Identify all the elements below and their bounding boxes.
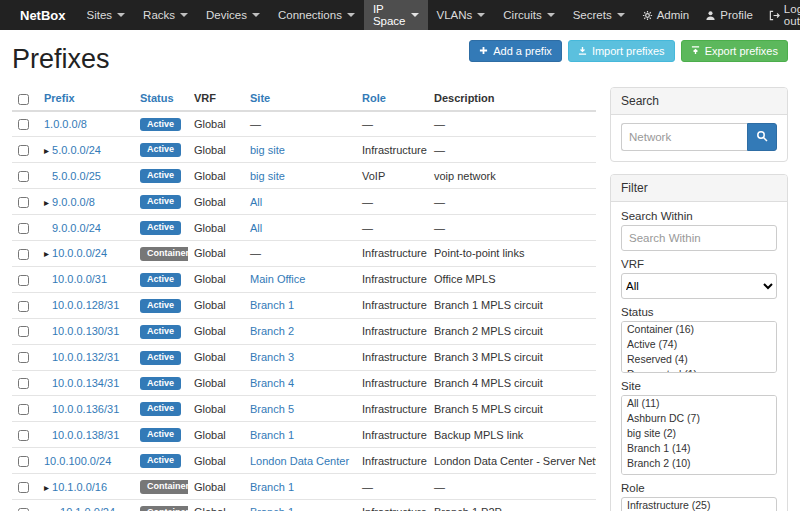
nav-link[interactable]: Connections — [269, 0, 364, 30]
option-infrastructure-25[interactable]: Infrastructure (25) — [622, 498, 776, 511]
role-listbox[interactable]: Infrastructure (25)Management (8)Private… — [621, 497, 777, 511]
prefix-link[interactable]: 10.0.100.0/24 — [44, 455, 111, 467]
option-branch-3-6[interactable]: Branch 3 (6) — [622, 471, 776, 475]
profile-link[interactable]: Profile — [697, 0, 761, 30]
admin-link[interactable]: Admin — [634, 0, 698, 30]
site-link[interactable]: Branch 1 — [250, 481, 294, 493]
site-listbox[interactable]: All (11)Ashburn DC (7)big site (2)Branch… — [621, 395, 777, 475]
select-all-checkbox[interactable] — [18, 94, 29, 105]
prefix-link[interactable]: 5.0.0.0/25 — [52, 170, 101, 182]
prefix-link[interactable]: 10.0.0.0/24 — [52, 247, 107, 259]
caret-down-icon — [180, 13, 188, 17]
option-big-site-2[interactable]: big site (2) — [622, 426, 776, 441]
prefix-link[interactable]: 10.0.0.134/31 — [52, 377, 119, 389]
nav-item-racks[interactable]: Racks — [134, 0, 197, 30]
row-checkbox[interactable] — [18, 275, 29, 286]
option-deprecated-1[interactable]: Deprecated (1) — [622, 367, 776, 373]
row-checkbox[interactable] — [18, 119, 29, 130]
prefix-link[interactable]: 10.0.0.136/31 — [52, 403, 119, 415]
row-checkbox[interactable] — [18, 197, 29, 208]
row-checkbox[interactable] — [18, 249, 29, 260]
nav-item-vlans[interactable]: VLANs — [428, 0, 495, 30]
option-container-16[interactable]: Container (16) — [622, 322, 776, 337]
prefix-link[interactable]: 5.0.0.0/24 — [52, 144, 101, 156]
nav-link[interactable]: Racks — [134, 0, 197, 30]
site-link[interactable]: London Data Center — [250, 455, 349, 467]
option-reserved-4[interactable]: Reserved (4) — [622, 352, 776, 367]
export-prefixes-button[interactable]: Export prefixes — [681, 40, 788, 62]
option-ashburn-dc-7[interactable]: Ashburn DC (7) — [622, 411, 776, 426]
table-row: 10.0.0.134/31ActiveGlobalBranch 4Infrast… — [12, 370, 596, 396]
prefix-link[interactable]: 10.0.0.138/31 — [52, 429, 119, 441]
site-link[interactable]: Main Office — [250, 273, 305, 285]
site-link[interactable]: Branch 3 — [250, 351, 294, 363]
prefix-link[interactable]: 1.0.0.0/8 — [44, 118, 87, 130]
nav-link[interactable]: Devices — [197, 0, 269, 30]
search-icon — [756, 130, 768, 145]
column-sort-link[interactable]: Site — [250, 92, 270, 104]
row-checkbox[interactable] — [18, 404, 29, 415]
nav-item-devices[interactable]: Devices — [197, 0, 269, 30]
site-link[interactable]: Branch 4 — [250, 377, 294, 389]
import-prefixes-button[interactable]: Import prefixes — [568, 40, 675, 62]
nav-item-circuits[interactable]: Circuits — [494, 0, 563, 30]
option-active-74[interactable]: Active (74) — [622, 337, 776, 352]
site-link[interactable]: All — [250, 222, 262, 234]
logout-link[interactable]: Log out — [761, 0, 800, 30]
site-link[interactable]: Branch 1 — [250, 429, 294, 441]
row-checkbox[interactable] — [18, 326, 29, 337]
row-checkbox[interactable] — [18, 301, 29, 312]
nav-link[interactable]: Secrets — [564, 0, 634, 30]
vrf-select[interactable]: All — [621, 273, 777, 299]
nav-link[interactable]: VLANs — [428, 0, 495, 30]
nav-item-sites[interactable]: Sites — [78, 0, 135, 30]
row-checkbox[interactable] — [18, 352, 29, 363]
site-link[interactable]: Branch 1 — [250, 299, 294, 311]
add-prefix-button[interactable]: Add a prefix — [469, 40, 562, 62]
column-sort-link[interactable]: Status — [140, 92, 174, 104]
prefix-link[interactable]: 10.0.0.128/31 — [52, 299, 119, 311]
nav-link[interactable]: Circuits — [494, 0, 563, 30]
caret-down-icon — [477, 13, 485, 17]
row-checkbox[interactable] — [18, 171, 29, 182]
site-cell: Branch 2 — [244, 318, 356, 344]
site-link[interactable]: All — [250, 196, 262, 208]
search-input[interactable] — [621, 123, 747, 151]
row-checkbox[interactable] — [18, 456, 29, 467]
prefix-link[interactable]: 10.1.0.0/16 — [52, 481, 107, 493]
site-cell: — — [244, 241, 356, 267]
nav-item-secrets[interactable]: Secrets — [564, 0, 634, 30]
site-link[interactable]: Branch 1 — [250, 506, 294, 511]
search-within-input[interactable] — [621, 225, 777, 251]
prefix-link[interactable]: 10.0.0.132/31 — [52, 351, 119, 363]
prefix-link[interactable]: 10.0.0.130/31 — [52, 325, 119, 337]
nav-item-connections[interactable]: Connections — [269, 0, 364, 30]
column-sort-link[interactable]: Role — [362, 92, 386, 104]
site-link[interactable]: big site — [250, 170, 285, 182]
option-branch-1-14[interactable]: Branch 1 (14) — [622, 441, 776, 456]
row-checkbox[interactable] — [18, 482, 29, 493]
prefix-link[interactable]: 9.0.0.0/8 — [52, 196, 95, 208]
nav-link[interactable]: Sites — [78, 0, 135, 30]
site-link[interactable]: Branch 5 — [250, 403, 294, 415]
row-checkbox[interactable] — [18, 223, 29, 234]
site-link[interactable]: Branch 2 — [250, 325, 294, 337]
prefix-table: PrefixStatusVRFSiteRoleDescription 1.0.0… — [12, 87, 596, 511]
row-checkbox[interactable] — [18, 430, 29, 441]
vrf-cell: Global — [188, 215, 244, 241]
status-listbox[interactable]: Container (16)Active (74)Reserved (4)Dep… — [621, 321, 777, 373]
prefix-link[interactable]: 10.1.0.0/24 — [60, 506, 115, 511]
row-checkbox[interactable] — [18, 378, 29, 389]
option-all-11[interactable]: All (11) — [622, 396, 776, 411]
option-branch-2-10[interactable]: Branch 2 (10) — [622, 456, 776, 471]
nav-link[interactable]: IP Space — [364, 0, 428, 30]
prefix-link[interactable]: 9.0.0.0/24 — [52, 222, 101, 234]
site-link[interactable]: big site — [250, 144, 285, 156]
column-sort-link[interactable]: Prefix — [44, 92, 75, 104]
prefix-link[interactable]: 10.0.0.0/31 — [52, 273, 107, 285]
row-checkbox[interactable] — [18, 145, 29, 156]
search-button[interactable] — [747, 123, 777, 151]
site-cell: Branch 4 — [244, 370, 356, 396]
nav-item-ip-space[interactable]: IP Space — [364, 0, 428, 30]
brand-logo[interactable]: NetBox — [8, 0, 78, 30]
